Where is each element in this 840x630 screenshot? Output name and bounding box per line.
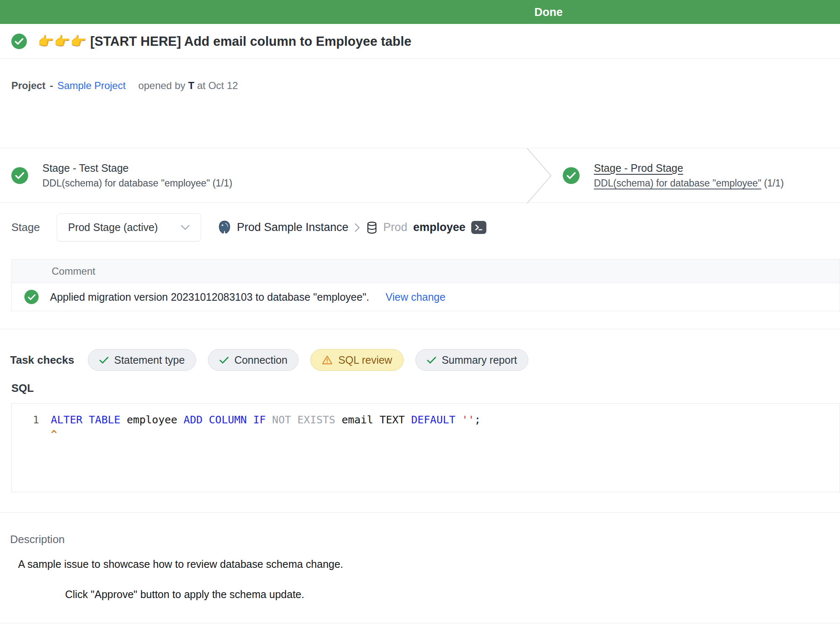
description-paragraph: Click "Approve" button to apply the sche… [65,588,840,601]
task-checks-row: Task checks Statement type Connection SQ… [10,347,840,373]
stage-prod-task-count: (1/1) [764,178,784,189]
check-pill-connection[interactable]: Connection [208,349,299,371]
check-pass-icon [427,356,436,364]
issue-done-icon [11,34,27,49]
breadcrumb-environment: Prod [383,221,407,234]
stage-dropdown[interactable]: Prod Stage (active) [57,213,201,242]
stage-prod-task-link[interactable]: DDL(schema) for database "employee" [594,178,761,189]
chevron-right-icon [354,223,360,232]
chevron-down-icon [181,225,190,230]
sql-editor-icon[interactable] [471,221,486,234]
breadcrumb-database-link[interactable]: employee [413,221,466,234]
issue-meta: Project - Sample Project opened by T at … [0,59,840,148]
stage-dropdown-value: Prod Stage (active) [68,221,158,234]
section-divider [0,512,840,513]
project-line: Project - Sample Project opened by T at … [11,80,829,92]
project-link[interactable]: Sample Project [57,80,126,92]
view-change-link[interactable]: View change [386,291,446,303]
warning-triangle-icon [322,355,333,365]
line-number-empty [12,427,51,441]
stage-selector-row: Stage Prod Stage (active) Prod Sample In… [11,213,829,242]
status-banner-label: Done [534,5,563,18]
section-divider [0,329,840,329]
status-banner: Done [0,0,840,24]
comment-success-icon [24,290,39,304]
stage-prod-title-link[interactable]: Stage - Prod Stage [594,162,784,174]
stage-card-test[interactable]: Stage - Test Stage DDL(schema) for datab… [0,162,525,189]
check-pass-icon [219,356,229,364]
database-breadcrumb: Prod Sample Instance Prod employee [218,220,486,234]
check-pill-sql-review[interactable]: SQL review [310,349,403,371]
opened-by-text: opened by T at Oct 12 [138,80,238,92]
stage-prod-done-icon [563,167,580,184]
stage-test-title: Stage - Test Stage [42,162,232,174]
sql-warning-line: ^ [12,427,840,441]
breadcrumb-instance-link[interactable]: Prod Sample Instance [237,221,349,234]
pipeline-stages: Stage - Test Stage DDL(schema) for datab… [0,148,840,203]
opener-name: T [188,80,194,91]
project-label: Project [11,80,45,92]
stage-test-done-icon [11,167,28,184]
sql-code-line: 1ALTER TABLE employee ADD COLUMN IF NOT … [12,413,840,427]
check-pass-icon [99,356,109,364]
description-paragraph: A sample issue to showcase how to review… [18,558,840,571]
sql-heading: SQL [11,382,840,394]
database-icon [366,221,378,234]
task-checks-label: Task checks [10,354,74,367]
check-pill-summary-report[interactable]: Summary report [415,349,528,371]
comment-table: Comment Applied migration version 202310… [11,259,840,311]
check-pill-statement-type[interactable]: Statement type [88,349,196,371]
description-heading: Description [10,533,840,546]
comment-text: Applied migration version 20231012083103… [50,291,369,303]
stage-card-prod[interactable]: Stage - Prod Stage DDL(schema) for datab… [563,148,784,202]
section-divider [0,623,840,623]
comment-row: Applied migration version 20231012083103… [12,283,840,311]
check-pill-label: Summary report [442,354,517,366]
stage-separator-chevron [526,148,553,203]
stage-test-text: Stage - Test Stage DDL(schema) for datab… [42,162,232,189]
opened-at: at Oct 12 [197,80,238,91]
stage-prod-subtitle: DDL(schema) for database "employee" (1/1… [594,178,784,189]
opened-by-prefix: opened by [138,80,185,91]
issue-header: 👉👉👉 [START HERE] Add email column to Emp… [0,24,840,59]
stage-test-subtitle: DDL(schema) for database "employee" (1/1… [42,178,232,189]
check-pill-label: Connection [234,354,287,366]
check-pill-label: SQL review [338,354,392,366]
issue-title: 👉👉👉 [START HERE] Add email column to Emp… [38,34,411,49]
stage-prod-text: Stage - Prod Stage DDL(schema) for datab… [594,162,784,189]
sql-warning-marker: ^ [51,427,57,441]
sql-code-editor[interactable]: 1ALTER TABLE employee ADD COLUMN IF NOT … [11,403,840,492]
comment-table-header: Comment [12,260,840,283]
check-pill-label: Statement type [114,354,185,366]
project-separator: - [50,80,53,92]
postgresql-icon [218,220,231,234]
stage-selector-label: Stage [11,221,40,234]
sql-statement: ALTER TABLE employee ADD COLUMN IF NOT E… [51,413,481,427]
line-number: 1 [12,413,51,427]
